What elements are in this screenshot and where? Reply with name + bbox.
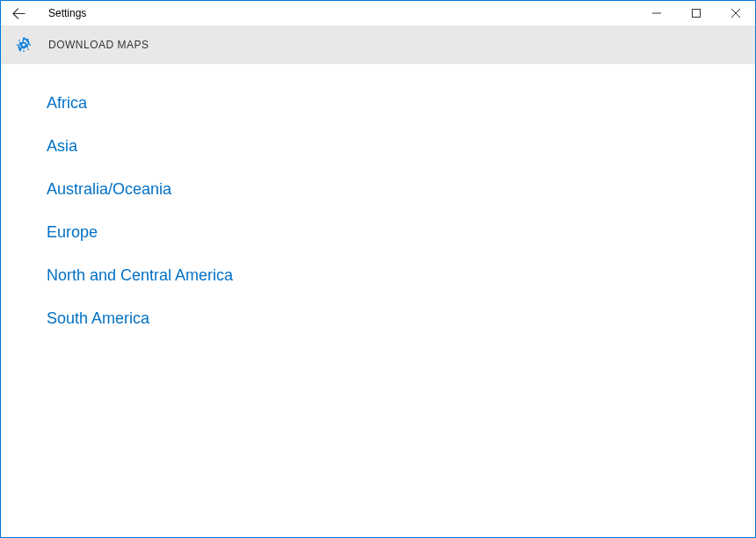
svg-rect-1 bbox=[692, 10, 700, 18]
region-item-europe[interactable]: Europe bbox=[47, 211, 755, 254]
page-header: DOWNLOAD MAPS bbox=[1, 25, 755, 64]
region-item-australia-oceania[interactable]: Australia/Oceania bbox=[47, 168, 755, 211]
back-arrow-icon bbox=[12, 7, 25, 20]
titlebar: Settings bbox=[1, 1, 755, 25]
window-title: Settings bbox=[36, 7, 86, 19]
close-icon bbox=[731, 9, 740, 18]
region-item-asia[interactable]: Asia bbox=[47, 125, 755, 168]
back-button[interactable] bbox=[1, 1, 36, 25]
window-controls bbox=[636, 1, 755, 25]
region-item-south-america[interactable]: South America bbox=[47, 297, 755, 340]
region-item-africa[interactable]: Africa bbox=[47, 82, 755, 125]
close-button[interactable] bbox=[716, 1, 755, 25]
minimize-icon bbox=[652, 9, 661, 18]
minimize-button[interactable] bbox=[636, 1, 676, 25]
gear-icon bbox=[13, 34, 34, 55]
maximize-icon bbox=[692, 9, 701, 18]
titlebar-left: Settings bbox=[1, 1, 86, 25]
page-title: DOWNLOAD MAPS bbox=[34, 39, 149, 51]
content-area: Africa Asia Australia/Oceania Europe Nor… bbox=[1, 64, 755, 340]
maximize-button[interactable] bbox=[676, 1, 716, 25]
region-item-north-central-america[interactable]: North and Central America bbox=[47, 254, 755, 297]
